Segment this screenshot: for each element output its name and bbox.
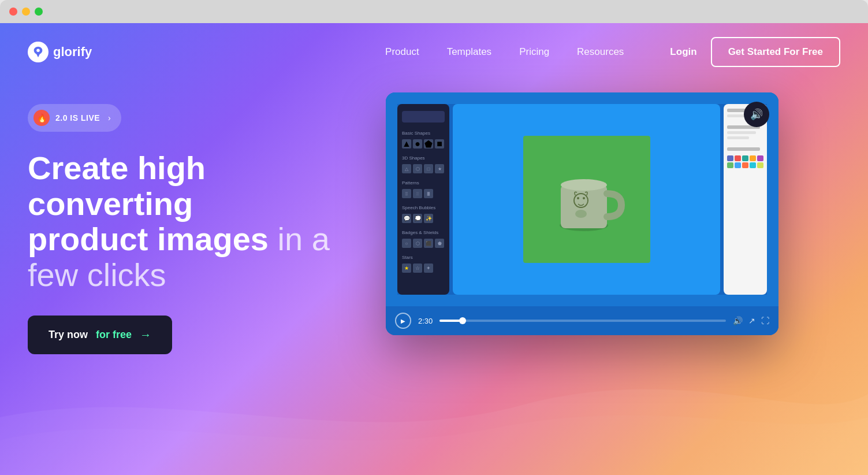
- swatch-deeporange: [742, 162, 748, 168]
- color-swatches: [727, 155, 763, 168]
- progress-indicator: [459, 317, 466, 324]
- panel-row-4: [727, 131, 756, 134]
- login-button[interactable]: Login: [670, 46, 696, 58]
- badge-2: ⬡: [413, 239, 422, 248]
- editor-sidebar: Basic Shapes ▲ ● ⬟ ■ 3D Shapes △ ⬡: [397, 104, 449, 295]
- pattern-1: ▒: [402, 189, 411, 198]
- try-now-button[interactable]: Try now for free →: [28, 316, 172, 354]
- hero-headline: Create high converting product images in…: [28, 150, 363, 292]
- swatch-lightblue: [735, 162, 741, 168]
- live-badge-text: 2.0 IS LIVE: [55, 113, 100, 123]
- canvas-product-area: [523, 136, 650, 263]
- logo[interactable]: glorify: [28, 42, 92, 62]
- navbar: glorify Product Templates Pricing Resour…: [0, 23, 868, 81]
- nav-actions: Login Get Started For Free: [670, 37, 840, 67]
- swatch-teal: [742, 155, 748, 161]
- section-badges: Badges & Shields: [402, 230, 445, 235]
- svg-point-5: [577, 197, 579, 199]
- nav-links: Product Templates Pricing Resources: [385, 46, 624, 58]
- logo-text: glorify: [53, 44, 92, 60]
- swatch-lime: [757, 162, 763, 168]
- badge-1: ○: [402, 239, 411, 248]
- volume-control-icon[interactable]: 🔊: [733, 316, 743, 325]
- traffic-light-minimize[interactable]: [22, 8, 30, 16]
- badge-4: ⬟: [435, 239, 444, 248]
- badge-3: ⬛: [424, 239, 433, 248]
- editor-canvas: [453, 104, 720, 295]
- sidebar-header-bar: [402, 111, 445, 123]
- section-basic-shapes: Basic Shapes: [402, 131, 445, 136]
- nav-link-templates[interactable]: Templates: [447, 46, 491, 58]
- headline-line1: Create high converting product images: [28, 150, 278, 257]
- speech-1: 💬: [402, 214, 411, 223]
- 3d-tri: △: [402, 164, 411, 173]
- speech-grid: 💬 💭 ✨: [402, 214, 445, 223]
- shape-square: ■: [435, 139, 444, 149]
- swatch-orange: [750, 155, 756, 161]
- hero-section: 🔥 2.0 IS LIVE › Create high converting p…: [0, 81, 868, 354]
- wave-decoration: [0, 348, 868, 475]
- fullscreen-icon[interactable]: ⛶: [761, 316, 769, 325]
- fire-icon: 🔥: [33, 110, 50, 126]
- swatch-red: [735, 155, 741, 161]
- arrow-right-icon: →: [140, 328, 151, 342]
- pattern-2: ░: [413, 189, 422, 198]
- sound-button[interactable]: 🔊: [744, 102, 769, 127]
- get-started-button[interactable]: Get Started For Free: [711, 37, 840, 67]
- svg-point-0: [36, 49, 40, 53]
- sparkle: ✨: [424, 214, 433, 223]
- chevron-right-icon: ›: [108, 113, 111, 123]
- editor-right-panel: [724, 104, 767, 295]
- page: glorify Product Templates Pricing Resour…: [0, 23, 868, 475]
- video-time: 2:30: [418, 317, 433, 325]
- nav-link-pricing[interactable]: Pricing: [519, 46, 549, 58]
- swatch-purple: [757, 155, 763, 161]
- 3d-shapes-grid: △ ⬡ □ ★: [402, 164, 445, 173]
- video-controls[interactable]: ▶ 2:30 🔊 ↗ ⛶: [386, 306, 778, 335]
- traffic-light-close[interactable]: [9, 8, 17, 16]
- speech-2: 💭: [413, 214, 422, 223]
- video-screen: Basic Shapes ▲ ● ⬟ ■ 3D Shapes △ ⬡: [386, 92, 778, 306]
- section-stars: Stars: [402, 255, 445, 260]
- video-control-icons: 🔊 ↗ ⛶: [733, 316, 769, 325]
- 3d-hex: ⬡: [413, 164, 422, 173]
- section-speech: Speech Bubbles: [402, 205, 445, 210]
- try-now-label: Try now: [49, 329, 88, 341]
- star-3: ✦: [424, 264, 433, 273]
- panel-row-6: [727, 147, 760, 151]
- panel-row-5: [727, 136, 749, 139]
- section-patterns: Patterns: [402, 180, 445, 185]
- basic-shapes-grid: ▲ ● ⬟ ■: [402, 139, 445, 149]
- shape-pentagon: ⬟: [424, 139, 433, 149]
- nav-link-resources[interactable]: Resources: [577, 46, 624, 58]
- badges-grid: ○ ⬡ ⬛ ⬟: [402, 239, 445, 248]
- nav-link-product[interactable]: Product: [385, 46, 419, 58]
- pattern-3: ▓: [424, 189, 433, 198]
- shape-circle: ●: [413, 139, 422, 149]
- swatch-blue: [727, 155, 733, 161]
- svg-point-6: [583, 197, 585, 199]
- svg-point-7: [575, 210, 587, 218]
- share-icon[interactable]: ↗: [748, 316, 755, 325]
- star-2: ☆: [413, 264, 422, 273]
- 3d-star: ★: [435, 164, 444, 173]
- video-player[interactable]: 🔊 Basic Shapes ▲ ● ⬟ ■: [386, 92, 778, 335]
- hero-left: 🔥 2.0 IS LIVE › Create high converting p…: [28, 92, 363, 354]
- progress-bar[interactable]: [439, 320, 726, 322]
- volume-icon: 🔊: [750, 108, 763, 121]
- editor-simulation: Basic Shapes ▲ ● ⬟ ■ 3D Shapes △ ⬡: [397, 104, 767, 295]
- traffic-light-maximize[interactable]: [35, 8, 43, 16]
- product-mug-svg: [546, 159, 627, 240]
- section-3d-shapes: 3D Shapes: [402, 155, 445, 161]
- live-badge[interactable]: 🔥 2.0 IS LIVE ›: [28, 104, 121, 132]
- swatch-green: [727, 162, 733, 168]
- for-free-label: for free: [96, 329, 132, 341]
- svg-point-3: [561, 179, 607, 191]
- patterns-grid: ▒ ░ ▓: [402, 189, 445, 198]
- swatch-cyan: [750, 162, 756, 168]
- play-button[interactable]: ▶: [395, 313, 411, 329]
- 3d-sq: □: [424, 164, 433, 173]
- star-1: ★: [402, 264, 411, 273]
- shape-triangle: ▲: [402, 139, 411, 149]
- hero-right: 🔊 Basic Shapes ▲ ● ⬟ ■: [363, 92, 840, 335]
